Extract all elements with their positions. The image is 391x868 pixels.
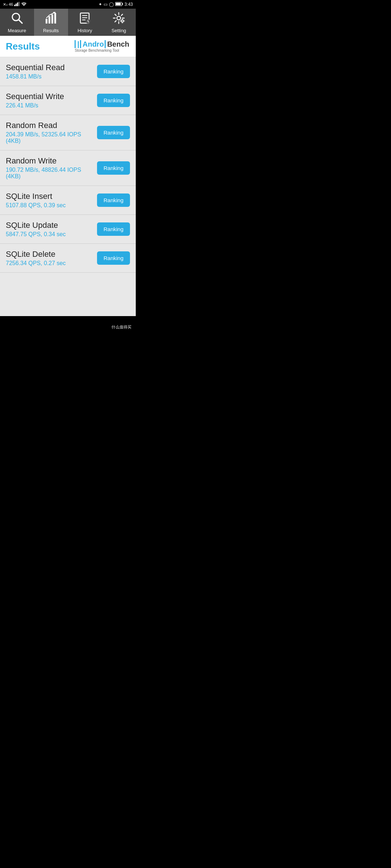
benchmark-item-sqlite-insert: SQLite Insert 5107.88 QPS, 0.39 sec Rank… — [0, 186, 136, 215]
svg-rect-3 — [18, 2, 20, 6]
benchmark-info-rand-read: Random Read 204.39 MB/s, 52325.64 IOPS (… — [6, 121, 97, 144]
benchmark-info-sqlite-delete: SQLite Delete 7256.34 QPS, 0.27 sec — [6, 250, 97, 267]
tab-measure-label: Measure — [8, 28, 26, 33]
benchmark-info-sqlite-insert: SQLite Insert 5107.88 QPS, 0.39 sec — [6, 192, 97, 209]
brand-bar: | — [75, 40, 79, 48]
svg-rect-0 — [14, 5, 15, 6]
ranking-btn-rand-write[interactable]: Ranking — [97, 161, 130, 175]
phone-icon: ▭ — [104, 2, 108, 7]
brand-andro: Andro — [80, 40, 104, 48]
watermark-text: 什么值得买 — [112, 324, 131, 330]
benchmark-value-rand-write: 190.72 MB/s, 48826.44 IOPS (4KB) — [6, 167, 97, 180]
svg-rect-2 — [17, 3, 18, 6]
bottom-padding — [0, 273, 136, 316]
benchmark-name-rand-read: Random Read — [6, 121, 97, 130]
benchmark-name-rand-write: Random Write — [6, 156, 97, 166]
svg-rect-12 — [54, 13, 56, 24]
ranking-btn-sqlite-update[interactable]: Ranking — [97, 222, 130, 236]
bottom-bar: 什么值得买 — [0, 316, 136, 338]
benchmark-name-sqlite-insert: SQLite Insert — [6, 192, 97, 201]
time-display: 3:43 — [125, 2, 133, 7]
svg-rect-11 — [51, 14, 53, 24]
ranking-btn-seq-read[interactable]: Ranking — [97, 65, 130, 78]
svg-rect-1 — [16, 4, 17, 6]
signal-icon: ✕ᵢₗ — [3, 2, 8, 7]
results-icon — [45, 12, 58, 26]
benchmark-value-rand-read: 204.39 MB/s, 52325.64 IOPS (4KB) — [6, 131, 97, 144]
benchmark-item-rand-write: Random Write 190.72 MB/s, 48826.44 IOPS … — [0, 150, 136, 186]
benchmark-value-sqlite-insert: 5107.88 QPS, 0.39 sec — [6, 202, 97, 209]
benchmark-item-sqlite-delete: SQLite Delete 7256.34 QPS, 0.27 sec Rank… — [0, 244, 136, 273]
benchmark-item-seq-read: Sequential Read 1458.81 MB/s Ranking — [0, 57, 136, 86]
benchmark-list: Sequential Read 1458.81 MB/s Ranking Seq… — [0, 57, 136, 316]
status-left: ✕ᵢₗ 46 — [3, 2, 27, 7]
battery-icon — [115, 2, 123, 7]
nav-tabs: Measure Results Hi — [0, 9, 136, 36]
benchmark-value-seq-read: 1458.81 MB/s — [6, 73, 97, 80]
brand-name: |AndroBench — [75, 40, 130, 48]
svg-rect-9 — [46, 19, 47, 24]
benchmark-name-seq-write: Sequential Write — [6, 92, 97, 101]
ranking-btn-sqlite-insert[interactable]: Ranking — [97, 193, 130, 207]
brand-subtitle: Storage Benchmarking Tool — [75, 48, 119, 52]
brand-bench: Bench — [105, 40, 129, 48]
svg-point-18 — [117, 16, 121, 20]
status-bar: ✕ᵢₗ 46 ✦ ▭ ◯ — [0, 0, 136, 9]
tab-history[interactable]: History — [68, 9, 102, 36]
history-icon — [78, 12, 91, 26]
benchmark-item-rand-read: Random Read 204.39 MB/s, 52325.64 IOPS (… — [0, 115, 136, 150]
signal-bars — [14, 2, 20, 7]
ranking-btn-sqlite-delete[interactable]: Ranking — [97, 251, 130, 265]
svg-rect-6 — [115, 3, 121, 5]
tab-measure[interactable]: Measure — [0, 9, 34, 36]
tab-history-label: History — [77, 28, 92, 33]
tab-results-label: Results — [43, 28, 59, 33]
signal-4g: 46 — [9, 2, 13, 7]
benchmark-name-sqlite-delete: SQLite Delete — [6, 250, 97, 259]
timer-icon: ◯ — [109, 2, 114, 7]
benchmark-info-sqlite-update: SQLite Update 5847.75 QPS, 0.34 sec — [6, 221, 97, 238]
brand-logo: |AndroBench Storage Benchmarking Tool — [75, 40, 130, 52]
svg-rect-10 — [49, 16, 50, 24]
benchmark-info-seq-read: Sequential Read 1458.81 MB/s — [6, 63, 97, 80]
status-right: ✦ ▭ ◯ 3:43 — [98, 2, 133, 7]
benchmark-value-seq-write: 226.41 MB/s — [6, 102, 97, 109]
benchmark-item-seq-write: Sequential Write 226.41 MB/s Ranking — [0, 86, 136, 115]
benchmark-info-seq-write: Sequential Write 226.41 MB/s — [6, 92, 97, 109]
benchmark-name-sqlite-update: SQLite Update — [6, 221, 97, 230]
wifi-icon — [21, 2, 27, 7]
benchmark-value-sqlite-delete: 7256.34 QPS, 0.27 sec — [6, 260, 97, 267]
benchmark-value-sqlite-update: 5847.75 QPS, 0.34 sec — [6, 231, 97, 238]
results-header: Results |AndroBench Storage Benchmarking… — [0, 36, 136, 57]
benchmark-name-seq-read: Sequential Read — [6, 63, 97, 72]
results-title: Results — [6, 41, 40, 52]
tab-results[interactable]: Results — [34, 9, 68, 36]
benchmark-item-sqlite-update: SQLite Update 5847.75 QPS, 0.34 sec Rank… — [0, 215, 136, 244]
tab-setting-label: Setting — [112, 28, 126, 33]
measure-icon — [10, 12, 24, 26]
setting-icon — [112, 12, 125, 26]
tab-setting[interactable]: Setting — [102, 9, 136, 36]
bluetooth-icon: ✦ — [98, 2, 102, 7]
svg-line-8 — [18, 20, 22, 23]
ranking-btn-rand-read[interactable]: Ranking — [97, 126, 130, 139]
ranking-btn-seq-write[interactable]: Ranking — [97, 94, 130, 107]
benchmark-info-rand-write: Random Write 190.72 MB/s, 48826.44 IOPS … — [6, 156, 97, 180]
svg-rect-5 — [122, 3, 123, 5]
